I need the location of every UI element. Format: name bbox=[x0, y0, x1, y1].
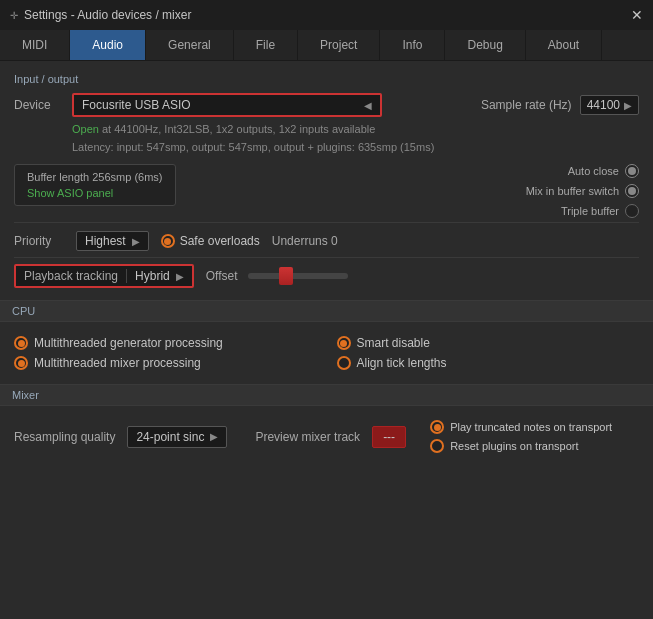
show-asio-panel-link[interactable]: Show ASIO panel bbox=[27, 187, 163, 199]
playback-value-box: Hybrid ▶ bbox=[126, 269, 192, 283]
right-toggles: Auto close Mix in buffer switch Triple b… bbox=[526, 164, 639, 218]
auto-close-label: Auto close bbox=[568, 165, 619, 177]
window-title: Settings - Audio devices / mixer bbox=[24, 8, 191, 22]
tab-midi[interactable]: MIDI bbox=[0, 30, 70, 60]
triple-buffer-toggle[interactable] bbox=[625, 204, 639, 218]
mix-in-buffer-label: Mix in buffer switch bbox=[526, 185, 619, 197]
resampling-label: Resampling quality bbox=[14, 430, 115, 444]
preview-mixer-track-button[interactable]: --- bbox=[372, 426, 406, 448]
close-button[interactable]: ✕ bbox=[631, 8, 643, 22]
auto-close-row: Auto close bbox=[526, 164, 639, 178]
playback-section: Playback tracking Hybrid ▶ Offset bbox=[14, 257, 639, 294]
reset-plugins-label: Reset plugins on transport bbox=[450, 440, 578, 452]
mix-in-buffer-row: Mix in buffer switch bbox=[526, 184, 639, 198]
io-section-label: Input / output bbox=[14, 73, 639, 85]
align-tick-toggle[interactable] bbox=[337, 356, 351, 370]
smart-disable-toggle[interactable] bbox=[337, 336, 351, 350]
offset-slider[interactable] bbox=[248, 273, 348, 279]
preview-label: Preview mixer track bbox=[255, 430, 360, 444]
offset-slider-thumb[interactable] bbox=[279, 267, 293, 285]
cpu-grid: Multithreaded generator processing Smart… bbox=[14, 336, 639, 370]
cpu-item-0-label: Multithreaded generator processing bbox=[34, 336, 223, 350]
status-row: Open at 44100Hz, Int32LSB, 1x2 outputs, … bbox=[72, 121, 639, 156]
multithreaded-gen-toggle[interactable] bbox=[14, 336, 28, 350]
sample-rate-label: Sample rate (Hz) bbox=[481, 98, 572, 112]
right-options: Play truncated notes on transport Reset … bbox=[430, 420, 612, 453]
device-row: Device Focusrite USB ASIO ◀ Sample rate … bbox=[14, 93, 639, 117]
mixer-section-header: Mixer bbox=[0, 384, 653, 406]
device-arrow-icon: ◀ bbox=[364, 100, 372, 111]
sample-rate-arrow-icon: ▶ bbox=[624, 100, 632, 111]
sample-rate-value: 44100 bbox=[587, 98, 620, 112]
tab-audio[interactable]: Audio bbox=[70, 30, 146, 60]
play-truncated-label: Play truncated notes on transport bbox=[450, 421, 612, 433]
tab-file[interactable]: File bbox=[234, 30, 298, 60]
triple-buffer-row: Triple buffer bbox=[526, 204, 639, 218]
device-value: Focusrite USB ASIO bbox=[82, 98, 191, 112]
buffer-length-label: Buffer length 256smp (6ms) bbox=[27, 171, 163, 183]
priority-section: Priority Highest ▶ Safe overloads Underr… bbox=[14, 222, 639, 257]
tab-general[interactable]: General bbox=[146, 30, 234, 60]
status-latency: Latency: input: 547smp, output: 547smp, … bbox=[72, 141, 434, 153]
cpu-item-2-label: Multithreaded mixer processing bbox=[34, 356, 201, 370]
sample-rate-dropdown[interactable]: 44100 ▶ bbox=[580, 95, 639, 115]
priority-value: Highest bbox=[85, 234, 126, 248]
mixer-row: Resampling quality 24-point sinc ▶ Previ… bbox=[14, 420, 639, 453]
buffer-box: Buffer length 256smp (6ms) Show ASIO pan… bbox=[14, 164, 176, 206]
underruns-label: Underruns 0 bbox=[272, 234, 338, 248]
cpu-section: Multithreaded generator processing Smart… bbox=[14, 328, 639, 378]
playback-label: Playback tracking bbox=[16, 269, 126, 283]
cpu-item-1: Smart disable bbox=[337, 336, 640, 350]
cpu-item-3-label: Align tick lengths bbox=[357, 356, 447, 370]
status-open: Open bbox=[72, 123, 99, 135]
mix-in-buffer-toggle[interactable] bbox=[625, 184, 639, 198]
cpu-item-1-label: Smart disable bbox=[357, 336, 430, 350]
resampling-value: 24-point sinc bbox=[136, 430, 204, 444]
safe-overloads-row: Safe overloads bbox=[161, 234, 260, 248]
multithreaded-mix-toggle[interactable] bbox=[14, 356, 28, 370]
safe-overloads-label: Safe overloads bbox=[180, 234, 260, 248]
device-dropdown[interactable]: Focusrite USB ASIO ◀ bbox=[72, 93, 382, 117]
cpu-item-2: Multithreaded mixer processing bbox=[14, 356, 317, 370]
tab-info[interactable]: Info bbox=[380, 30, 445, 60]
main-content: Input / output Device Focusrite USB ASIO… bbox=[0, 61, 653, 473]
reset-plugins-toggle[interactable] bbox=[430, 439, 444, 453]
playback-arrow-icon: ▶ bbox=[176, 271, 184, 282]
status-detail: at 44100Hz, Int32LSB, 1x2 outputs, 1x2 i… bbox=[102, 123, 375, 135]
tab-bar: MIDI Audio General File Project Info Deb… bbox=[0, 30, 653, 61]
cpu-item-0: Multithreaded generator processing bbox=[14, 336, 317, 350]
triple-buffer-label: Triple buffer bbox=[561, 205, 619, 217]
reset-plugins-row: Reset plugins on transport bbox=[430, 439, 612, 453]
device-label: Device bbox=[14, 98, 64, 112]
play-truncated-row: Play truncated notes on transport bbox=[430, 420, 612, 434]
offset-section: Offset bbox=[206, 269, 348, 283]
auto-close-toggle[interactable] bbox=[625, 164, 639, 178]
title-bar: ✛ Settings - Audio devices / mixer ✕ bbox=[0, 0, 653, 30]
resampling-arrow-icon: ▶ bbox=[210, 431, 218, 442]
playback-value: Hybrid bbox=[135, 269, 170, 283]
cpu-item-3: Align tick lengths bbox=[337, 356, 640, 370]
tab-about[interactable]: About bbox=[526, 30, 602, 60]
play-truncated-toggle[interactable] bbox=[430, 420, 444, 434]
offset-label: Offset bbox=[206, 269, 238, 283]
cpu-section-header: CPU bbox=[0, 300, 653, 322]
buffer-section: Buffer length 256smp (6ms) Show ASIO pan… bbox=[14, 164, 639, 218]
drag-icon: ✛ bbox=[10, 10, 18, 21]
mixer-section: Resampling quality 24-point sinc ▶ Previ… bbox=[14, 412, 639, 461]
priority-dropdown[interactable]: Highest ▶ bbox=[76, 231, 149, 251]
safe-overloads-toggle[interactable] bbox=[161, 234, 175, 248]
tab-project[interactable]: Project bbox=[298, 30, 380, 60]
resampling-dropdown[interactable]: 24-point sinc ▶ bbox=[127, 426, 227, 448]
priority-label: Priority bbox=[14, 234, 64, 248]
tab-debug[interactable]: Debug bbox=[445, 30, 525, 60]
playback-tracking-box[interactable]: Playback tracking Hybrid ▶ bbox=[14, 264, 194, 288]
priority-arrow-icon: ▶ bbox=[132, 236, 140, 247]
